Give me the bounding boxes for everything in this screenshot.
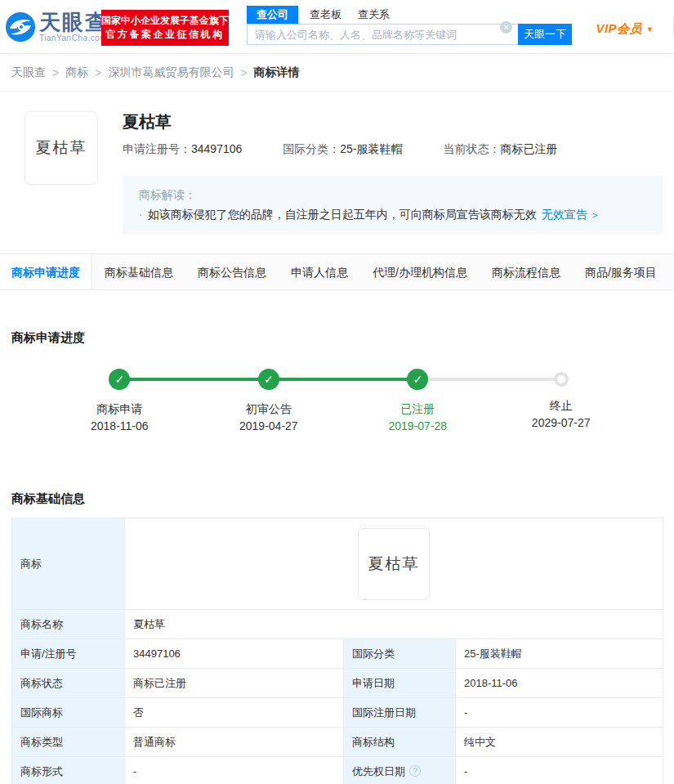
tab-申请人信息[interactable]: 申请人信息: [279, 254, 360, 289]
table-row: 国际商标否国际注册日期-: [12, 698, 663, 728]
timeline-step-date: 2019-04-27: [203, 418, 334, 435]
brand-name: 天眼查: [39, 11, 108, 33]
check-circle-icon: ✓: [407, 369, 428, 390]
table-label-text: 商标类型: [20, 736, 63, 748]
clear-search-icon[interactable]: ×: [500, 21, 512, 34]
meta-pair: 国际分类：25-服装鞋帽: [283, 142, 402, 155]
breadcrumb-separator: >: [240, 66, 247, 79]
meta-label: 申请注册号：: [123, 142, 191, 155]
table-row: 商标名称夏枯草: [12, 610, 663, 639]
search-button[interactable]: 天眼一下: [518, 24, 572, 45]
search-tab-查公司[interactable]: 查公司: [247, 6, 298, 24]
table-image-cell: 夏枯草: [125, 518, 663, 610]
breadcrumb-item[interactable]: 天眼查: [11, 65, 46, 80]
table-label-cell: 国际注册日期: [344, 698, 456, 728]
timeline-step-已注册: ✓已注册2019-07-28: [352, 369, 483, 435]
timeline-step-初审公告: ✓初审公告2019-04-27: [203, 369, 334, 435]
table-label-text: 商标结构: [352, 736, 395, 748]
help-icon[interactable]: ?: [409, 765, 421, 777]
timeline-step-label: 初审公告: [203, 401, 334, 418]
breadcrumb-item[interactable]: 深圳市葛威贸易有限公司: [108, 65, 234, 80]
badge-line1: 国家中小企业发展子基金旗下: [101, 14, 229, 28]
search-tab-查老板[interactable]: 查老板: [310, 6, 341, 24]
tab-公告信息[interactable]: 公告信息: [669, 254, 674, 289]
interpretation-text: ·如该商标侵犯了您的品牌，自注册之日起五年内，可向商标局宣告该商标无效无效宣告 …: [139, 204, 646, 225]
meta-pair: 当前状态：商标已注册: [444, 142, 558, 155]
check-circle-icon: ✓: [109, 369, 130, 390]
interpretation-sentence: 如该商标侵犯了您的品牌，自注册之日起五年内，可向商标局宣告该商标无效: [148, 208, 537, 221]
table-value-cell: 纯中文: [456, 728, 663, 757]
table-label-text: 商标形式: [20, 765, 63, 777]
pending-circle-icon: [554, 372, 569, 387]
tab-商标公告信息[interactable]: 商标公告信息: [185, 254, 279, 289]
progress-timeline: ✓商标申请2018-11-06✓初审公告2019-04-27✓已注册2019-0…: [11, 369, 663, 459]
tab-代理/办理机构信息[interactable]: 代理/办理机构信息: [360, 254, 480, 289]
table-row: 商标夏枯草: [12, 518, 663, 610]
section-tabbar: 商标申请进度商标基础信息商标公告信息申请人信息代理/办理机构信息商标流程信息商品…: [0, 253, 674, 290]
table-label-cell: 商标名称: [12, 610, 125, 639]
trademark-name: 夏枯草: [123, 111, 663, 132]
search-tab-查关系[interactable]: 查关系: [358, 6, 390, 24]
search-area: 查公司查老板查关系 天眼一下: [247, 7, 572, 45]
search-row: 天眼一下: [247, 24, 572, 45]
table-value-cell: 25-服装鞋帽: [456, 639, 663, 669]
basic-info-heading: 商标基础信息: [11, 491, 663, 507]
table-label-cell: 商标类型: [12, 728, 125, 757]
tab-商品/服务项目[interactable]: 商品/服务项目: [573, 254, 669, 289]
trademark-summary: 夏枯草 夏枯草 申请注册号：34497106国际分类：25-服装鞋帽当前状态：商…: [0, 92, 674, 253]
table-label-cell: 商标结构: [344, 728, 456, 757]
tab-商标流程信息[interactable]: 商标流程信息: [480, 254, 573, 289]
breadcrumb-current: 商标详情: [254, 65, 300, 80]
chevron-down-icon: ▼: [646, 25, 654, 34]
timeline-step-date: 2019-07-28: [352, 418, 483, 435]
invalid-declare-link[interactable]: 无效宣告 ＞: [542, 208, 600, 221]
timeline-step-label: 已注册: [352, 401, 483, 418]
check-circle-icon: ✓: [258, 369, 279, 390]
search-tabs: 查公司查老板查关系: [247, 7, 572, 24]
search-input[interactable]: [247, 24, 518, 45]
tab-商标基础信息[interactable]: 商标基础信息: [92, 254, 185, 289]
meta-label: 国际分类：: [283, 142, 340, 155]
tab-商标申请进度[interactable]: 商标申请进度: [0, 254, 92, 289]
breadcrumb: 天眼查>商标>深圳市葛威贸易有限公司>商标详情: [0, 54, 674, 92]
vip-label: VIP会员: [596, 21, 642, 37]
table-label-text: 申请日期: [352, 677, 395, 689]
table-value-cell: 普通商标: [125, 728, 344, 757]
table-value-cell: 否: [125, 698, 344, 728]
bullet: ·: [139, 208, 143, 221]
timeline-step-label: 商标申请: [54, 401, 185, 418]
meta-label: 当前状态：: [444, 142, 501, 155]
main-content: 商标申请进度 ✓商标申请2018-11-06✓初审公告2019-04-27✓已注…: [0, 330, 674, 784]
table-row: 商标状态商标已注册申请日期2018-11-06: [12, 669, 663, 698]
table-label-cell: 商标形式: [12, 757, 125, 784]
timeline-step-date: 2029-07-27: [496, 414, 627, 432]
interpretation-box: 商标解读： ·如该商标侵犯了您的品牌，自注册之日起五年内，可向商标局宣告该商标无…: [123, 176, 663, 234]
official-badge: 国家中小企业发展子基金旗下 官方备案企业征信机构: [101, 10, 229, 46]
site-logo[interactable]: 天眼查 TianYanCha.com: [5, 11, 108, 43]
table-label-cell: 国际分类: [344, 639, 456, 669]
site-header: 天眼查 TianYanCha.com 国家中小企业发展子基金旗下 官方备案企业征…: [0, 0, 674, 54]
brand-text: 天眼查 TianYanCha.com: [39, 11, 108, 43]
table-label-text: 商标状态: [20, 677, 63, 689]
timeline-step-终止: 终止2029-07-27: [496, 369, 627, 432]
table-label-cell: 商标: [12, 518, 125, 610]
timeline-step-date: 2018-11-06: [54, 418, 185, 435]
table-label-text: 申请/注册号: [20, 647, 77, 660]
table-value-cell: 2018-11-06: [456, 669, 663, 698]
table-value-cell: 夏枯草: [125, 610, 663, 639]
trademark-image-small: 夏枯草: [358, 528, 430, 600]
basic-info-table: 商标夏枯草商标名称夏枯草申请/注册号34497106国际分类25-服装鞋帽商标状…: [11, 517, 663, 784]
breadcrumb-item[interactable]: 商标: [65, 65, 88, 80]
vip-menu[interactable]: VIP会员 ▼: [596, 21, 654, 37]
table-value-cell: -: [456, 757, 663, 784]
table-label-cell: 商标状态: [12, 669, 125, 698]
table-label-cell: 申请/注册号: [12, 639, 125, 669]
meta-pair: 申请注册号：34497106: [123, 142, 242, 155]
table-label-text: 商标: [20, 558, 42, 570]
meta-value: 商标已注册: [501, 142, 558, 155]
interpretation-title: 商标解读：: [139, 185, 646, 204]
breadcrumb-separator: >: [52, 66, 59, 79]
table-label-text: 国际注册日期: [352, 706, 416, 719]
table-value-cell: 商标已注册: [125, 669, 344, 698]
trademark-image: 夏枯草: [25, 111, 98, 185]
